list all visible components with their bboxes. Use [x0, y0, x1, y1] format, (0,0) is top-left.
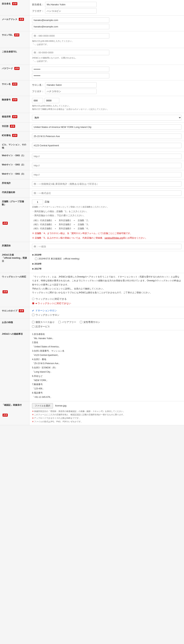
features-group-2: 託児サービス [32, 325, 182, 328]
label-web3: Webサイト・SNS（3） [0, 170, 30, 179]
wig-yes-option: ウィッグカットに対応できる [32, 297, 182, 301]
postal-input-2[interactable] [44, 98, 59, 103]
tantousha-furigana-label: フリガナ： [32, 10, 44, 13]
web3-input[interactable] [32, 172, 182, 178]
content-wig: 「ウィッグカット」とは、JHD&Cが提供したOnewigのヘアカットを行うことで… [30, 273, 184, 307]
content-web1 [30, 152, 184, 161]
salon-tel-hint: 海外の方は00-000-0000と入力してください。「-」は必須です。 [32, 40, 182, 46]
web1-input[interactable] [32, 154, 182, 159]
feature-private: 個室スペースあり [32, 320, 55, 324]
building-input[interactable] [32, 143, 182, 148]
salon-name-input[interactable] [45, 82, 96, 88]
password-input-1[interactable] [32, 66, 109, 72]
file-select-button[interactable]: ファイルを選択 [32, 403, 53, 408]
feature-childcare-checkbox[interactable] [32, 325, 34, 328]
store-count-note2: ※ 店舗数「5」以上のサロン様の登録については、代表店舗のご登録後、sandou… [32, 236, 182, 240]
row-meeting: JHD&C主催「official meeting」受講日 ⊕ 2019年 201… [0, 251, 184, 273]
label-web1: Webサイト・SNS（1） [0, 152, 30, 161]
label-text-city: 市区郡 [2, 125, 8, 128]
row-salon-tel: サロンTEL 必須 海外の方は00-000-0000と入力してください。「-」は… [0, 31, 184, 48]
label-jhdc-info: JHD&Cへの連絡事項 [0, 330, 30, 401]
contact-link[interactable]: sandou@jhdac.org [104, 236, 123, 239]
row-wig: ウィッグカットへの対応 必須 「ウィッグカット」とは、JHD&Cが提供したOne… [0, 273, 184, 307]
meeting-2019-checkbox[interactable] [35, 258, 37, 260]
content-verification: ファイルを選択 license.jpg 保健所長交付の「理容師・美容所の検査確認… [30, 401, 184, 425]
label-store-count: 店舗数（グループ店舗数） 必須 [0, 198, 30, 242]
town-input[interactable] [32, 134, 182, 139]
required-badge-store-count: 必須 [2, 222, 8, 225]
form-container: 担当者名 必須 担当者名： フリガナ： メールアドレス 必須 サロンTEL [0, 0, 184, 425]
row-features: お店の特徴 個室スペースあり バリアフリー 女性専用サロン [0, 319, 184, 330]
row-salon-type: サロンのタイプ 必須 ✔ ドネーションサロン ウィッグカットサロン [0, 307, 184, 319]
required-badge-email: 必須 [19, 18, 24, 21]
label-text-web3: Webサイト・SNS（3） [2, 172, 26, 176]
password-input-2[interactable] [32, 73, 109, 78]
postal-input-1[interactable] [32, 98, 43, 103]
label-wig: ウィッグカットへの対応 必須 [0, 273, 30, 307]
email-input-1[interactable] [32, 18, 109, 23]
feature-women-only-label: 女性専用サロン [83, 320, 100, 324]
wig-no-radio[interactable] [32, 302, 34, 304]
label-text-features: お店の特徴 [2, 321, 13, 324]
label-text-building: ビル、マンション、その他 [2, 143, 28, 150]
label-organization: 所属団体 [0, 242, 30, 251]
required-badge-town: 必須 [12, 134, 17, 137]
content-prefecture: 海外 東京都 大阪府 [30, 113, 184, 122]
license-input[interactable] [32, 181, 182, 186]
bullet-item: 系列店舗ありの場合… 下記の通りご入力ください。 [32, 214, 182, 218]
label-text-license: 所有免許 [2, 182, 11, 185]
email-input-2[interactable] [32, 24, 109, 29]
feature-barrier-free-label: バリアフリー [62, 320, 76, 324]
store-count-input[interactable] [32, 200, 43, 204]
store-count-description: 店舗数＝ヘアドネーションサロンとしてご登録いただく総店舗数をご入力ください。 [32, 205, 182, 209]
row-building: ビル、マンション、その他 [0, 141, 184, 152]
verification-note-3: アップロードできるサイズの上限は5MBまでです。 [32, 416, 182, 420]
wig-no-option: ● ウィッグカットに対応できない [32, 302, 182, 305]
row-email: メールアドレス 必須 [0, 16, 184, 31]
meeting-year-2019: ⊕ 2019年 [32, 253, 182, 257]
salon-type-donation: ✔ ドネーションサロン [32, 309, 182, 312]
representative-input[interactable] [32, 190, 182, 196]
tantousha-furigana-input[interactable] [45, 8, 96, 14]
label-text-web1: Webサイト・SNS（1） [2, 154, 26, 157]
salon-type-donation-label: ドネーションサロン [35, 309, 57, 312]
tantousha-name-input[interactable] [45, 2, 96, 7]
content-jhdc-info: 1.担当者様名 「Ms. Hanako Yubin」 2.国名 「United … [30, 330, 184, 401]
content-postal: 海外の方は000-0000と入力してください。海外の方で掲載を希望される場合は「… [30, 96, 184, 112]
city-input[interactable] [32, 124, 182, 130]
label-text-postal: 郵便番号 [2, 98, 11, 102]
file-name: license.jpg [55, 404, 66, 407]
feature-private-label: 個室スペースあり [36, 320, 55, 324]
salon-name-label-inline: サロン名： [32, 83, 44, 87]
client-tel-input[interactable] [32, 50, 109, 55]
web2-input[interactable] [32, 163, 182, 168]
organization-input[interactable] [32, 244, 182, 249]
store-count-unit: 店舗 [44, 200, 49, 204]
verification-note-4: ファイルの形式はJPG、PNG、PDFのいずれかです。 [32, 420, 182, 424]
feature-childcare-label: 託児サービス [36, 325, 50, 328]
verification-note-2: このフォームにご入力の店舗所在地と、確認証認証に記載の店舗所在地が一致するものに… [32, 413, 182, 416]
content-email [30, 16, 184, 31]
salon-tel-input[interactable] [32, 33, 109, 38]
row-verification: 「確認証」画像添付 必須 ファイルを選択 license.jpg 保健所長交付の… [0, 401, 184, 426]
content-web2 [30, 161, 184, 170]
label-text-representative: 代表店舗名称 [2, 191, 15, 194]
salon-type-wig-checkbox[interactable] [32, 314, 34, 316]
required-badge-postal: 必須 [12, 98, 17, 101]
label-salon-name: サロン名 必須 [0, 80, 30, 96]
feature-barrier-free-checkbox[interactable] [58, 321, 61, 323]
label-postal: 郵便番号 必須 [0, 96, 30, 112]
label-salon-tel: サロンTEL 必須 [0, 31, 30, 48]
label-tantousha: 担当者名 必須 [0, 0, 30, 16]
salon-name-row: サロン名： [32, 82, 182, 88]
feature-private-checkbox[interactable] [32, 321, 34, 323]
row-client-tel: ご担当者様TEL JHD&Cとの連絡用になります。公開されません。「-」は必須で… [0, 48, 184, 65]
store-count-examples: （例1）代表店舗数1 ＋ 系列店舗数1 ＝ 店舗数「2」 （例2）代表店舗数1 … [32, 218, 182, 230]
prefecture-select[interactable]: 海外 東京都 大阪府 [32, 115, 182, 120]
feature-women-only-checkbox[interactable] [80, 321, 82, 323]
label-text-salon-name: サロン名 [2, 82, 11, 86]
example-item: （例2）代表店舗数1 ＋ 系列店舗数2 ＝ 店舗数「3」 [32, 223, 182, 227]
salon-furigana-input[interactable] [45, 89, 96, 94]
wig-yes-radio[interactable] [32, 298, 34, 300]
meeting-2019-item: 2019年07月 東京都港区（official meeting） [32, 257, 182, 261]
